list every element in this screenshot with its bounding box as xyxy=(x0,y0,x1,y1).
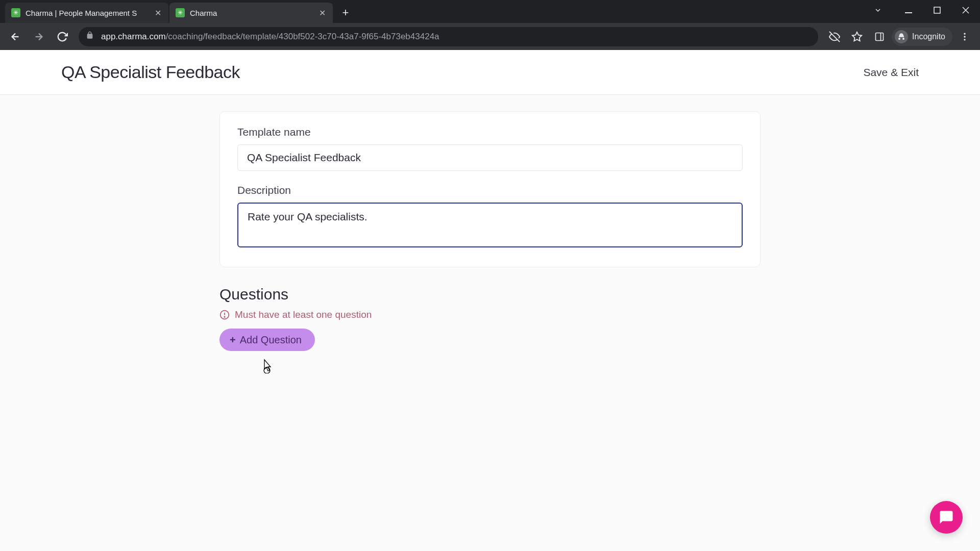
svg-point-10 xyxy=(964,33,965,34)
page-header: QA Specialist Feedback Save & Exit xyxy=(0,50,980,95)
template-name-label: Template name xyxy=(237,126,743,138)
chat-icon xyxy=(939,510,954,525)
description-field: Description xyxy=(237,184,743,249)
plus-icon: + xyxy=(230,334,236,346)
bookmark-star-icon[interactable] xyxy=(847,27,867,47)
svg-rect-0 xyxy=(905,12,912,13)
tab-strip: ✳ Charma | People Management S ✕ ✳ Charm… xyxy=(0,0,980,23)
window-maximize-icon[interactable] xyxy=(923,0,951,20)
address-bar[interactable]: app.charma.com/coaching/feedback/templat… xyxy=(79,27,818,46)
incognito-icon xyxy=(895,30,908,43)
template-name-input[interactable] xyxy=(237,144,743,171)
warning-icon xyxy=(219,310,230,320)
browser-toolbar: app.charma.com/coaching/feedback/templat… xyxy=(0,23,980,50)
page-body: QA Specialist Feedback Save & Exit Templ… xyxy=(0,50,980,551)
new-tab-button[interactable]: + xyxy=(337,4,354,21)
tabs-dropdown-icon[interactable] xyxy=(864,0,892,20)
tab-title: Charma | People Management S xyxy=(26,9,153,17)
page-title: QA Specialist Feedback xyxy=(61,62,240,82)
side-panel-icon[interactable] xyxy=(869,27,890,47)
window-controls xyxy=(864,0,980,20)
incognito-badge[interactable]: Incognito xyxy=(892,28,952,46)
validation-message: Must have at least one question xyxy=(219,309,761,320)
svg-rect-1 xyxy=(934,7,940,13)
questions-section: Questions Must have at least one questio… xyxy=(219,286,761,351)
save-exit-button[interactable]: Save & Exit xyxy=(863,66,919,79)
cursor-overlay xyxy=(260,358,274,375)
description-input[interactable] xyxy=(237,203,743,247)
svg-rect-8 xyxy=(876,33,884,40)
tab-close-icon[interactable]: ✕ xyxy=(317,8,327,17)
favicon-icon: ✳ xyxy=(176,8,185,17)
browser-tab[interactable]: ✳ Charma | People Management S ✕ xyxy=(5,3,168,23)
url-path: /coaching/feedback/template/430bf502-3c7… xyxy=(166,32,439,42)
tracking-off-icon[interactable] xyxy=(824,27,845,47)
browser-chrome: ✳ Charma | People Management S ✕ ✳ Charm… xyxy=(0,0,980,50)
content: Template name Description Questions Must… xyxy=(0,95,980,351)
url-host: app.charma.com xyxy=(101,32,166,42)
template-card: Template name Description xyxy=(219,111,761,267)
svg-marker-7 xyxy=(852,32,862,40)
nav-back-icon[interactable] xyxy=(5,27,26,47)
favicon-icon: ✳ xyxy=(11,8,20,17)
svg-point-15 xyxy=(224,316,225,317)
nav-reload-icon[interactable] xyxy=(52,27,72,47)
svg-point-16 xyxy=(264,367,270,373)
nav-forward-icon[interactable] xyxy=(29,27,49,47)
browser-menu-icon[interactable] xyxy=(954,27,975,47)
tab-close-icon[interactable]: ✕ xyxy=(153,8,162,17)
lock-icon xyxy=(86,31,94,42)
description-label: Description xyxy=(237,184,743,196)
incognito-label: Incognito xyxy=(912,32,945,41)
validation-text: Must have at least one question xyxy=(235,309,372,320)
template-name-field: Template name xyxy=(237,126,743,171)
svg-point-11 xyxy=(964,36,965,37)
svg-point-12 xyxy=(964,39,965,40)
questions-heading: Questions xyxy=(219,286,761,303)
tab-title: Charma xyxy=(190,9,317,17)
window-minimize-icon[interactable] xyxy=(894,0,923,20)
add-question-button[interactable]: + Add Question xyxy=(219,329,315,351)
chat-fab-button[interactable] xyxy=(930,501,963,534)
window-close-icon[interactable] xyxy=(951,0,980,20)
browser-tab-active[interactable]: ✳ Charma ✕ xyxy=(169,3,333,23)
add-question-label: Add Question xyxy=(240,334,302,346)
